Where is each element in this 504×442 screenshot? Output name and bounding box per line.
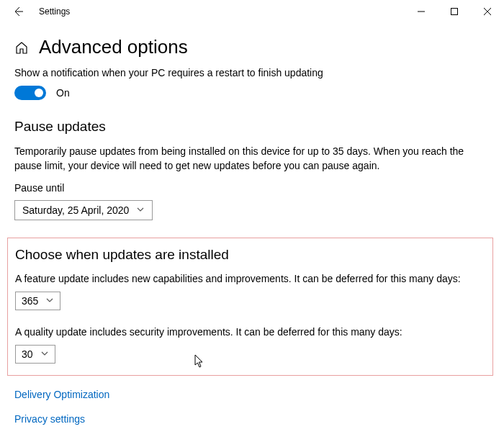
restart-notification-toggle[interactable] (14, 86, 46, 100)
close-button[interactable] (471, 0, 504, 23)
pause-until-dropdown[interactable]: Saturday, 25 April, 2020 (14, 200, 153, 220)
chevron-down-icon (45, 295, 54, 307)
toggle-knob (35, 89, 43, 97)
feature-update-dropdown[interactable]: 365 (15, 292, 60, 310)
chevron-down-icon (40, 348, 49, 360)
pause-updates-body: Temporarily pause updates from being ins… (14, 145, 490, 173)
home-icon[interactable] (14, 40, 29, 55)
choose-updates-highlight: Choose when updates are installed A feat… (7, 238, 493, 376)
svg-rect-0 (451, 9, 458, 15)
close-icon (484, 8, 491, 15)
pause-updates-title: Pause updates (14, 119, 490, 135)
privacy-settings-link[interactable]: Privacy settings (14, 413, 490, 425)
restart-notification-desc: Show a notification when your PC require… (14, 67, 490, 78)
toggle-label: On (56, 87, 70, 99)
arrow-left-icon (12, 6, 24, 17)
maximize-button[interactable] (438, 0, 471, 23)
pause-until-label: Pause until (14, 181, 490, 196)
choose-updates-title: Choose when updates are installed (15, 247, 485, 263)
minimize-button[interactable] (405, 0, 438, 23)
quality-update-desc: A quality update includes security impro… (15, 326, 485, 338)
maximize-icon (451, 8, 458, 15)
chevron-down-icon (136, 204, 145, 216)
back-button[interactable] (7, 1, 29, 22)
quality-update-value: 30 (22, 348, 33, 360)
page-title: Advanced options (39, 36, 188, 58)
delivery-optimization-link[interactable]: Delivery Optimization (14, 389, 490, 400)
app-name: Settings (39, 6, 70, 17)
feature-update-desc: A feature update includes new capabiliti… (15, 273, 485, 284)
minimize-icon (418, 8, 425, 15)
feature-update-value: 365 (22, 295, 38, 307)
quality-update-dropdown[interactable]: 30 (15, 345, 55, 364)
pause-until-value: Saturday, 25 April, 2020 (22, 204, 129, 216)
